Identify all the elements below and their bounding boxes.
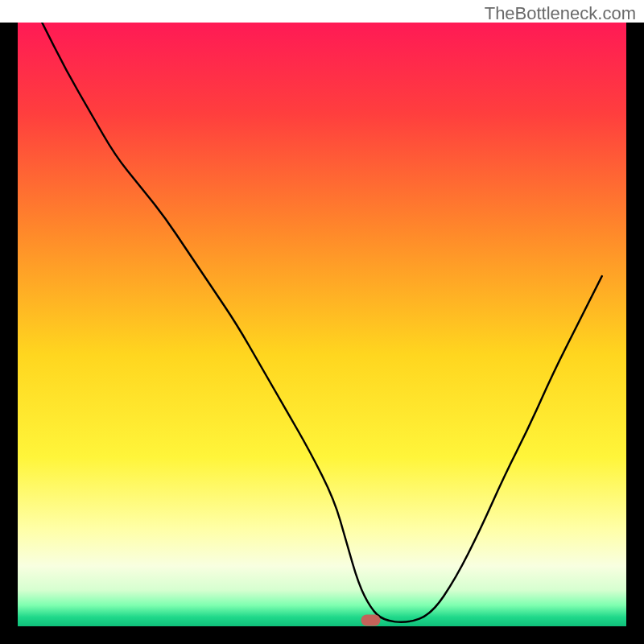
watermark-text: TheBottleneck.com: [485, 3, 636, 24]
chart-svg: [0, 0, 644, 644]
optimal-point-marker: [361, 615, 380, 626]
bottleneck-chart: TheBottleneck.com: [0, 0, 644, 644]
gradient-background: [18, 23, 626, 626]
svg-rect-2: [626, 23, 644, 644]
svg-rect-3: [0, 626, 644, 644]
svg-rect-1: [0, 23, 18, 644]
